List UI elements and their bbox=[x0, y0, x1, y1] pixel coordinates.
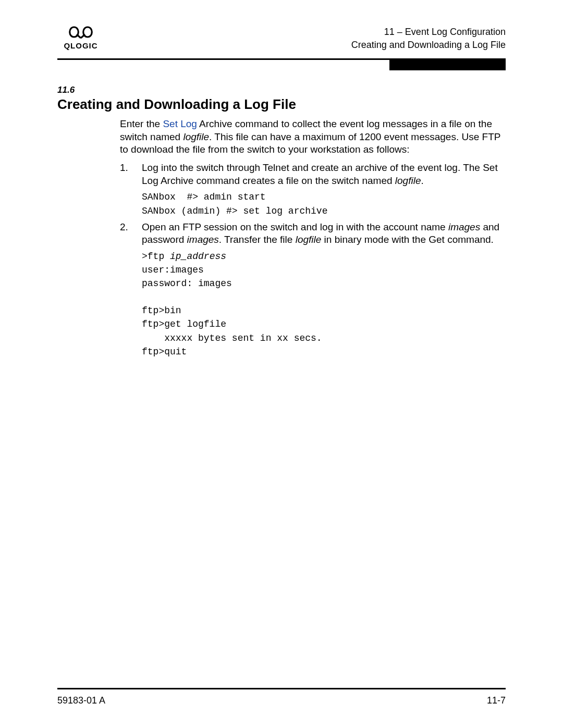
page-header: QLOGIC 11 – Event Log Configuration Crea… bbox=[57, 25, 506, 56]
svg-text:QLOGIC: QLOGIC bbox=[64, 41, 97, 50]
page-footer: 59183-01 A 11-7 bbox=[57, 695, 506, 706]
footer-rule bbox=[57, 688, 506, 689]
s2-code1-a: >ftp bbox=[142, 251, 170, 262]
step-1-logfile: logfile bbox=[395, 175, 421, 186]
s2-a: Open an FTP session on the switch and lo… bbox=[142, 221, 448, 232]
step-2-code: >ftp ip_address user:images password: im… bbox=[142, 250, 506, 359]
step-1-b: . bbox=[421, 175, 423, 186]
header-black-tab bbox=[389, 59, 506, 70]
section-number: 11.6 bbox=[57, 85, 506, 95]
steps-list: Log into the switch through Telnet and c… bbox=[120, 162, 506, 359]
step-1-code: SANbox #> admin start SANbox (admin) #> … bbox=[142, 190, 506, 217]
footer-right: 11-7 bbox=[487, 695, 506, 706]
intro-paragraph: Enter the Set Log Archive command to col… bbox=[120, 118, 506, 156]
set-log-link[interactable]: Set Log bbox=[163, 118, 197, 129]
step-1-text: Log into the switch through Telnet and c… bbox=[142, 162, 506, 187]
intro-pre: Enter the bbox=[120, 118, 163, 129]
s2-em2: images bbox=[187, 234, 219, 245]
step-2: Open an FTP session on the switch and lo… bbox=[120, 221, 506, 359]
header-text: 11 – Event Log Configuration Creating an… bbox=[351, 26, 506, 51]
section-body: Enter the Set Log Archive command to col… bbox=[120, 118, 506, 359]
content-area: 11.6 Creating and Downloading a Log File… bbox=[57, 85, 506, 359]
chapter-line: 11 – Event Log Configuration bbox=[351, 26, 506, 38]
s2-code2: user:images password: images ftp>bin ftp… bbox=[142, 265, 322, 357]
s2-c: . Transfer the file bbox=[219, 234, 296, 245]
page: QLOGIC 11 – Event Log Configuration Crea… bbox=[0, 0, 563, 728]
step-1-a: Log into the switch through Telnet and c… bbox=[142, 162, 498, 186]
chapter-subtitle: Creating and Downloading a Log File bbox=[351, 39, 506, 51]
s2-em3: logfile bbox=[296, 234, 322, 245]
intro-logfile: logfile bbox=[183, 131, 209, 142]
footer-left: 59183-01 A bbox=[57, 695, 105, 706]
step-1: Log into the switch through Telnet and c… bbox=[120, 162, 506, 218]
s2-d: in binary mode with the Get command. bbox=[321, 234, 494, 245]
step-2-text: Open an FTP session on the switch and lo… bbox=[142, 221, 506, 246]
s2-em1: images bbox=[448, 221, 480, 232]
s2-code1-b: ip_address bbox=[170, 251, 226, 262]
qlogic-logo-icon: QLOGIC bbox=[59, 26, 102, 51]
qlogic-logo: QLOGIC bbox=[57, 25, 104, 51]
section-title: Creating and Downloading a Log File bbox=[57, 96, 506, 113]
